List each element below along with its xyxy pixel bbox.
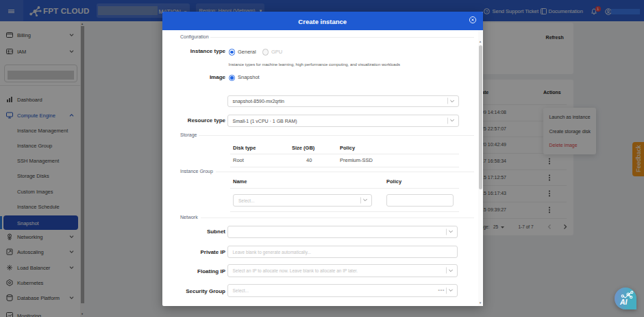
svg-text:AI: AI [619,298,628,306]
